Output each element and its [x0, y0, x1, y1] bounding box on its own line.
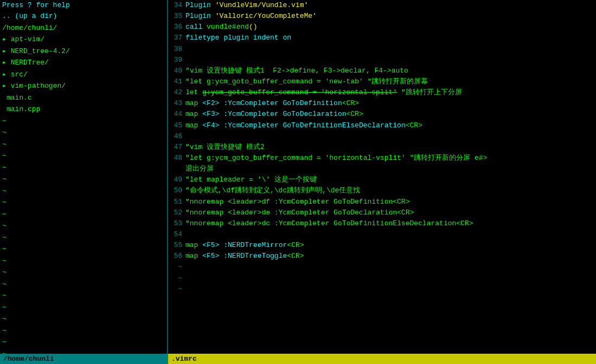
code-line-46: 46: [168, 131, 596, 142]
line-num-t1: ~: [168, 262, 185, 272]
sidebar-tilde-10: ~: [0, 220, 167, 232]
line-num-52: 52: [168, 207, 185, 218]
line-content-t3: [185, 284, 596, 295]
line-num-51: 51: [168, 197, 185, 207]
status-bar: /home/chunli .vimrc: [0, 354, 596, 364]
line-content-t2: [185, 273, 596, 284]
line-num-53: 53: [168, 218, 185, 229]
code-line-37: 37 filetype plugin indent on: [168, 32, 596, 43]
line-content-41: "let g:ycm_goto_buffer_command = 'new-ta…: [185, 76, 596, 87]
line-content-39: [185, 55, 596, 66]
editor[interactable]: 34 Plugin 'VundleVim/Vundle.vim' 35 Plug…: [168, 0, 596, 354]
sidebar: Press ? for help .. (up a dir) /home/chu…: [0, 0, 168, 354]
code-line-53: 53 "nnoremap <leader>dc :YcmCompleter Go…: [168, 218, 596, 229]
line-content-45: map <F4> :YcmCompleter GoToDefinitionEls…: [185, 120, 596, 131]
sidebar-item-up[interactable]: .. (up a dir): [0, 10, 167, 22]
code-line-47: 47 "vim 设置快捷键 模式2: [168, 142, 596, 153]
line-num-37: 37: [168, 32, 185, 43]
code-line-t1: ~: [168, 262, 596, 272]
code-line-34: 34 Plugin 'VundleVim/Vundle.vim': [168, 0, 596, 11]
main-area: Press ? for help .. (up a dir) /home/chu…: [0, 0, 596, 354]
code-line-52: 52 "nnoremap <leader>de :YcmCompleter Go…: [168, 207, 596, 218]
line-num-34: 34: [168, 0, 185, 11]
code-line-51: 51 "nnoremap <leader>df :YcmCompleter Go…: [168, 197, 596, 207]
code-line-50: 50 "命令模式,\df跳转到定义,\dc跳转到声明,\de任意找: [168, 185, 596, 196]
sidebar-item-nerdtree[interactable]: ▸ NERDTree/: [0, 57, 167, 69]
sidebar-item-apt-vim[interactable]: ▸ apt-vim/: [0, 34, 167, 46]
line-num-49: 49: [168, 174, 185, 185]
line-num-48b: [168, 164, 185, 174]
code-line-38: 38: [168, 44, 596, 55]
line-content-34: Plugin 'VundleVim/Vundle.vim': [185, 0, 596, 11]
code-line-48: 48 "let g:ycm_goto_buffer_command = 'hor…: [168, 153, 596, 164]
sidebar-item-vim-pathogen[interactable]: ▸ vim-pathogen/: [0, 80, 167, 92]
code-line-54: 54: [168, 229, 596, 240]
line-num-45: 45: [168, 120, 185, 131]
line-num-54: 54: [168, 229, 185, 240]
code-line-49: 49 "let mapleader = '\' 这是一个按键: [168, 174, 596, 185]
code-line-45: 45 map <F4> :YcmCompleter GoToDefinition…: [168, 120, 596, 131]
sidebar-item-nerd-tree-4[interactable]: ▸ NERD_tree-4.2/: [0, 46, 167, 57]
line-content-t1: [185, 262, 596, 272]
sidebar-tilde-19: ~: [0, 325, 167, 337]
sidebar-header: Press ? for help: [0, 0, 167, 10]
sidebar-tilde-11: ~: [0, 232, 167, 244]
line-content-50: "命令模式,\df跳转到定义,\dc跳转到声明,\de任意找: [185, 185, 596, 196]
sidebar-tilde-9: ~: [0, 209, 167, 220]
line-num-55: 55: [168, 240, 185, 251]
code-line-t3: ~: [168, 284, 596, 295]
code-area: 34 Plugin 'VundleVim/Vundle.vim' 35 Plug…: [168, 0, 596, 354]
line-num-35: 35: [168, 11, 185, 22]
line-content-48: "let g:ycm_goto_buffer_command = 'horizo…: [185, 153, 596, 164]
sidebar-tilde-2: ~: [0, 127, 167, 139]
sidebar-item-current-dir[interactable]: /home/chunli/: [0, 22, 167, 34]
sidebar-tilde-6: ~: [0, 173, 167, 185]
sidebar-tilde-3: ~: [0, 139, 167, 151]
code-line-56: 56 map <F5> :NERDTreeToggle<CR>: [168, 251, 596, 262]
line-content-47: "vim 设置快捷键 模式2: [185, 142, 596, 153]
sidebar-tilde-21: ~: [0, 348, 167, 354]
line-num-44: 44: [168, 109, 185, 120]
line-content-38: [185, 44, 596, 55]
status-left: /home/chunli: [0, 354, 168, 364]
sidebar-tilde-8: ~: [0, 197, 167, 209]
line-num-t2: ~: [168, 273, 185, 284]
sidebar-item-maincpp[interactable]: main.cpp: [0, 103, 167, 115]
line-content-40: "vim 设置快捷键 模式1 F2->define, F3->declar, F…: [185, 66, 596, 76]
sidebar-tilde-13: ~: [0, 255, 167, 267]
sidebar-tilde-17: ~: [0, 302, 167, 314]
line-content-56: map <F5> :NERDTreeToggle<CR>: [185, 251, 596, 262]
sidebar-tilde-15: ~: [0, 278, 167, 290]
sidebar-tilde-5: ~: [0, 162, 167, 174]
sidebar-tilde-7: ~: [0, 185, 167, 197]
line-content-43: map <F2> :YcmCompleter GoToDefinition<CR…: [185, 98, 596, 109]
line-num-40: 40: [168, 66, 185, 76]
code-line-t2: ~: [168, 273, 596, 284]
code-line-43: 43 map <F2> :YcmCompleter GoToDefinition…: [168, 98, 596, 109]
line-num-41: 41: [168, 76, 185, 87]
code-line-40: 40 "vim 设置快捷键 模式1 F2->define, F3->declar…: [168, 66, 596, 76]
sidebar-tilde-18: ~: [0, 313, 167, 325]
line-content-35: Plugin 'Valloric/YouCompleteMe': [185, 11, 596, 22]
line-content-44: map <F3> :YcmCompleter GoToDeclaration<C…: [185, 109, 596, 120]
line-content-42: let g:ycm_goto_buffer_command = 'horizon…: [185, 87, 596, 98]
sidebar-item-mainc[interactable]: main.c: [0, 92, 167, 104]
line-content-52: "nnoremap <leader>de :YcmCompleter GoToD…: [185, 207, 596, 218]
status-right: .vimrc: [168, 354, 596, 364]
line-content-37: filetype plugin indent on: [185, 32, 596, 43]
code-line-36: 36 call vundle#end(): [168, 22, 596, 32]
line-num-t3: ~: [168, 284, 185, 295]
line-content-53: "nnoremap <leader>dc :YcmCompleter GoToD…: [185, 218, 596, 229]
line-num-43: 43: [168, 98, 185, 109]
line-content-48b: 退出分屏: [185, 164, 596, 174]
sidebar-item-src[interactable]: ▸ src/: [0, 69, 167, 81]
line-num-39: 39: [168, 55, 185, 66]
code-line-44: 44 map <F3> :YcmCompleter GoToDeclaratio…: [168, 109, 596, 120]
line-num-56: 56: [168, 251, 185, 262]
sidebar-tilde-12: ~: [0, 243, 167, 255]
code-line-55: 55 map <F5> :NERDTreeMirror<CR>: [168, 240, 596, 251]
line-num-50: 50: [168, 185, 185, 196]
line-content-49: "let mapleader = '\' 这是一个按键: [185, 174, 596, 185]
line-num-46: 46: [168, 131, 185, 142]
code-line-35: 35 Plugin 'Valloric/YouCompleteMe': [168, 11, 596, 22]
